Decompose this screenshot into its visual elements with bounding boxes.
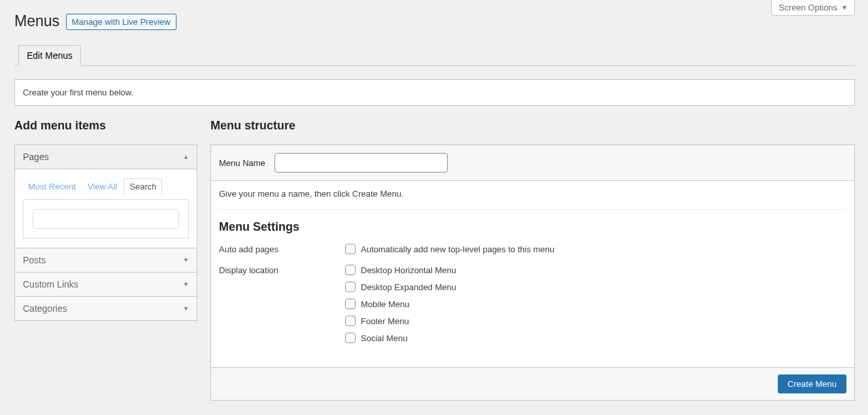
chevron-down-icon: ▼ — [183, 257, 189, 263]
menu-instruction: Give your menu a name, then click Create… — [219, 189, 846, 210]
auto-add-checkbox[interactable] — [345, 244, 356, 254]
location-label-4: Social Menu — [361, 333, 408, 343]
accordion-categories-title: Categories — [23, 303, 67, 314]
pages-tab-most-recent[interactable]: Most Recent — [23, 179, 81, 194]
location-label-1: Desktop Expanded Menu — [361, 282, 456, 292]
manage-live-preview-button[interactable]: Manage with Live Preview — [66, 14, 176, 30]
accordion-posts-title: Posts — [23, 255, 46, 265]
chevron-down-icon: ▼ — [183, 305, 189, 312]
chevron-up-icon: ▲ — [183, 154, 189, 160]
menu-edit-body: Give your menu a name, then click Create… — [211, 181, 854, 367]
pages-tab-view-all[interactable]: View All — [82, 179, 122, 194]
location-checkbox-0[interactable] — [345, 265, 356, 275]
location-label-2: Mobile Menu — [361, 299, 409, 309]
menu-edit-header: Menu Name — [211, 145, 854, 181]
nav-tabs: Edit Menus — [14, 44, 855, 66]
accordion-container: Pages ▲ Most Recent View All Search Post… — [14, 144, 197, 321]
menu-settings-heading: Menu Settings — [219, 220, 846, 234]
display-location-label: Display location — [219, 263, 345, 275]
menu-structure-heading: Menu structure — [210, 119, 855, 133]
menu-edit-panel: Menu Name Give your menu a name, then cl… — [210, 144, 855, 401]
accordion-categories-header[interactable]: Categories ▼ — [15, 297, 197, 320]
pages-search-input[interactable] — [33, 209, 179, 229]
accordion-custom-links-header[interactable]: Custom Links ▼ — [15, 273, 197, 297]
page-title: Menus — [14, 7, 59, 33]
accordion-posts-header[interactable]: Posts ▼ — [15, 248, 197, 273]
create-menu-button[interactable]: Create Menu — [778, 374, 846, 393]
info-notice: Create your first menu below. — [14, 79, 855, 106]
pages-subtabs: Most Recent View All Search — [23, 178, 189, 194]
chevron-down-icon: ▼ — [841, 4, 848, 11]
location-checkbox-2[interactable] — [345, 299, 356, 309]
pages-tab-search[interactable]: Search — [124, 178, 162, 194]
location-checkbox-1[interactable] — [345, 282, 356, 292]
location-label-3: Footer Menu — [361, 316, 409, 326]
add-menu-items-heading: Add menu items — [14, 119, 197, 133]
accordion-pages-title: Pages — [23, 152, 49, 162]
accordion-pages-header[interactable]: Pages ▲ — [15, 145, 197, 169]
screen-options-button[interactable]: Screen Options ▼ — [771, 0, 855, 16]
auto-add-pages-label: Auto add pages — [219, 242, 345, 254]
menu-edit-footer: Create Menu — [211, 367, 854, 400]
location-checkbox-3[interactable] — [345, 316, 356, 326]
location-checkbox-4[interactable] — [345, 333, 356, 343]
accordion-pages-body: Most Recent View All Search — [15, 169, 197, 248]
location-label-0: Desktop Horizontal Menu — [361, 265, 456, 275]
tab-edit-menus[interactable]: Edit Menus — [18, 45, 81, 66]
auto-add-option-label: Automatically add new top-level pages to… — [361, 244, 554, 254]
menu-name-label: Menu Name — [219, 158, 265, 168]
accordion-custom-links-title: Custom Links — [23, 279, 78, 290]
pages-search-panel — [23, 199, 189, 239]
screen-options-label: Screen Options — [778, 3, 837, 12]
menu-name-input[interactable] — [275, 153, 448, 173]
chevron-down-icon: ▼ — [183, 281, 189, 288]
